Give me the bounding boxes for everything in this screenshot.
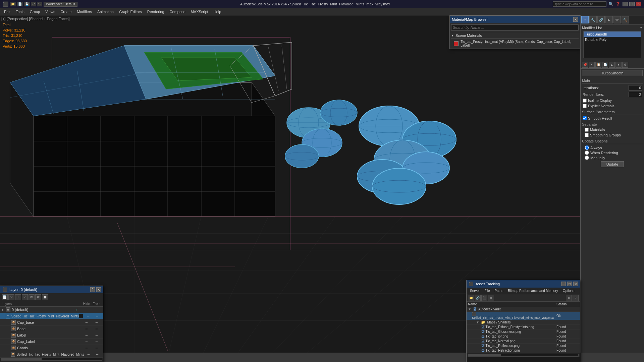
panel-tab-hierarchy[interactable]: 🔗 (597, 16, 605, 23)
asset-table-container: Name Status ▼ 🗄 Autodesk Vault (467, 302, 580, 353)
mat-browser-close[interactable]: ✕ (573, 17, 578, 22)
iterations-input[interactable] (629, 85, 642, 90)
panel-tab-motion[interactable]: ▶ (605, 16, 613, 23)
layers-new-btn[interactable]: 📄 (2, 294, 8, 300)
search-input[interactable] (553, 1, 606, 7)
modifier-turbsmooth[interactable]: TurboSmooth (584, 32, 641, 37)
asset-tb-help[interactable]: ? (573, 295, 579, 301)
asset-close-btn[interactable]: ✕ (573, 282, 578, 286)
panel-tab-display[interactable]: 👁 (613, 16, 621, 23)
materials-checkbox[interactable] (585, 128, 589, 132)
menu-compose[interactable]: Compose (167, 9, 188, 14)
asset-minimize-btn[interactable]: ─ (561, 282, 566, 286)
mod-delete-icon[interactable]: ✕ (589, 62, 595, 68)
asset-tb-1[interactable]: 📁 (468, 295, 474, 301)
mat-item-tictac[interactable]: Tic_tac_Frostymints_mat (VRayMtl) [Base,… (451, 39, 579, 48)
workspace-selector[interactable]: Workspace: Default (44, 2, 77, 7)
smooth-result-checkbox[interactable] (583, 116, 587, 120)
layer-item-base[interactable]: 📦 Base ─ ─ (0, 326, 103, 332)
render-iters-input[interactable] (629, 92, 642, 97)
asset-row-vault[interactable]: ▼ 🗄 Autodesk Vault (467, 307, 580, 312)
asset-bottom-input[interactable] (467, 357, 580, 362)
asset-row-maps[interactable]: ▼ 📁 Maps / Shaders (467, 320, 580, 325)
menu-help[interactable]: Help (211, 9, 224, 14)
mat-item-name: Tic_tac_Frostymints_mat (VRayMtl) [Base,… (461, 40, 576, 47)
layer-item-label[interactable]: 📦 Label ─ ─ (0, 332, 103, 339)
asset-scrollbar[interactable] (467, 353, 580, 357)
maximize-button[interactable]: □ (629, 2, 635, 6)
panel-tab-create[interactable]: ✦ (581, 16, 589, 23)
render-iters-row: Render Iters: (582, 92, 643, 97)
isoline-checkbox[interactable] (583, 99, 587, 103)
layers-hide-btn[interactable]: 👁 (29, 294, 35, 300)
mod-paste-icon[interactable]: 📄 (602, 62, 608, 68)
asset-row-normal[interactable]: 🖼 Tic_tac_Normal.png Found (467, 339, 580, 344)
update-button[interactable]: Update (601, 161, 624, 167)
asset-tb-refresh[interactable]: ↻ (566, 295, 572, 301)
menu-rendering[interactable]: Rendering (145, 9, 167, 14)
menu-tools[interactable]: Tools (13, 9, 27, 14)
layers-freeze-btn[interactable]: ❄ (35, 294, 41, 300)
asset-row-refraction[interactable]: 🖼 Tic_tac_Refraction.png Found (467, 348, 580, 353)
asset-row-diffuse[interactable]: 🖼 Tic_tac_Diffuse_Frostymints.png Found (467, 325, 580, 329)
layers-delete-btn[interactable]: ✕ (8, 294, 14, 300)
panel-tab-utilities[interactable]: 🔨 (622, 16, 629, 23)
menu-create[interactable]: Create (58, 9, 74, 14)
asset-tb-4[interactable]: ≡ (488, 295, 494, 301)
menu-group[interactable]: Group (27, 9, 43, 14)
layers-scrollbar[interactable] (0, 358, 103, 362)
modifier-editable-poly[interactable]: Editable Poly (584, 37, 641, 42)
help-icon[interactable]: ❓ (615, 2, 621, 6)
smoothing-groups-checkbox[interactable] (585, 133, 589, 137)
minimize-button[interactable]: ─ (623, 2, 628, 6)
layers-render-btn[interactable]: 🔲 (42, 294, 48, 300)
menu-maxscript[interactable]: MAXScript (188, 9, 211, 14)
asset-tb-2[interactable]: 🔗 (475, 295, 481, 301)
asset-maximize-btn[interactable]: □ (567, 282, 572, 286)
when-rendering-radio[interactable] (585, 150, 589, 155)
search-icon[interactable]: 🔍 (608, 2, 613, 6)
layers-select-btn[interactable]: ☑ (22, 294, 28, 300)
layer-item-cands[interactable]: 📦 Cands ─ ─ (0, 345, 103, 351)
maps-expand-icon: ▼ (476, 320, 479, 324)
layer-item-0[interactable]: ▶ 0 0 (default) ✓ (0, 307, 103, 313)
menu-views[interactable]: Views (43, 9, 58, 14)
asset-row-gloss[interactable]: 🖼 Tic_tac_Glossiness.png Found (467, 329, 580, 334)
close-button[interactable]: ✕ (636, 2, 641, 6)
mat-search-input[interactable] (451, 24, 579, 31)
layer-item-spilled[interactable]: 📦 Spilled_Tic_Tac_Frosty_Mint_Flavored_M… (0, 351, 103, 358)
menu-modifiers[interactable]: Modifiers (74, 9, 95, 14)
asset-row-reflection[interactable]: 🖼 Tic_tac_Reflection.png Found (467, 344, 580, 348)
menu-edit[interactable]: Edit (1, 9, 13, 14)
layers-add-btn[interactable]: + (15, 294, 21, 300)
menu-animation[interactable]: Animation (95, 9, 116, 14)
asset-row-ior[interactable]: 🖼 Tic_tac_ior.png Found (467, 334, 580, 339)
layer-item-tictac[interactable]: T Spilled_Tic_Tac_Frosty_Mint_Flavored_M… (0, 313, 103, 319)
asset-menu-options[interactable]: Options (561, 289, 576, 293)
asset-menu-server[interactable]: Server (468, 289, 482, 293)
mod-up-icon[interactable]: ▲ (609, 62, 615, 68)
svg-marker-35 (10, 46, 146, 116)
mod-down-icon[interactable]: ▼ (615, 62, 622, 68)
menu-graph-editors[interactable]: Graph Editors (116, 9, 145, 14)
layer-item-cap-base[interactable]: 📦 Cap_base ─ ─ (0, 319, 103, 326)
layer-tictac-checkbox[interactable] (79, 314, 83, 318)
panel-tab-modify[interactable]: 🔧 (589, 16, 597, 23)
modifier-area[interactable]: TurboSmooth Editable Poly (583, 31, 641, 58)
mod-pin-icon[interactable]: 📌 (582, 62, 588, 68)
mod-settings-icon[interactable]: ⚙ (622, 62, 628, 68)
asset-menu-paths[interactable]: Paths (493, 289, 505, 293)
layers-help-btn[interactable]: ? (90, 287, 95, 292)
asset-tb-3[interactable]: ⬛ (481, 295, 487, 301)
verts-label: Verts: (3, 44, 12, 49)
asset-row-maxfile[interactable]: ⬛ Spilled_Tic_Tac_Frosty_Mint_Flavored_M… (467, 312, 580, 320)
explicit-normals-checkbox[interactable] (583, 104, 587, 108)
layers-close-btn[interactable]: ✕ (96, 287, 101, 292)
asset-menu-bitmap[interactable]: Bitmap Performance and Memory (506, 289, 560, 293)
layer-item-cap-label[interactable]: 📦 Cap_Label ─ ─ (0, 339, 103, 345)
mat-scene-materials-header[interactable]: ▼ Scene Materials (451, 33, 579, 39)
manually-radio[interactable] (585, 156, 589, 160)
mod-copy-icon[interactable]: 📋 (595, 62, 601, 68)
always-radio[interactable] (585, 145, 589, 150)
asset-menu-file[interactable]: File (482, 289, 492, 293)
